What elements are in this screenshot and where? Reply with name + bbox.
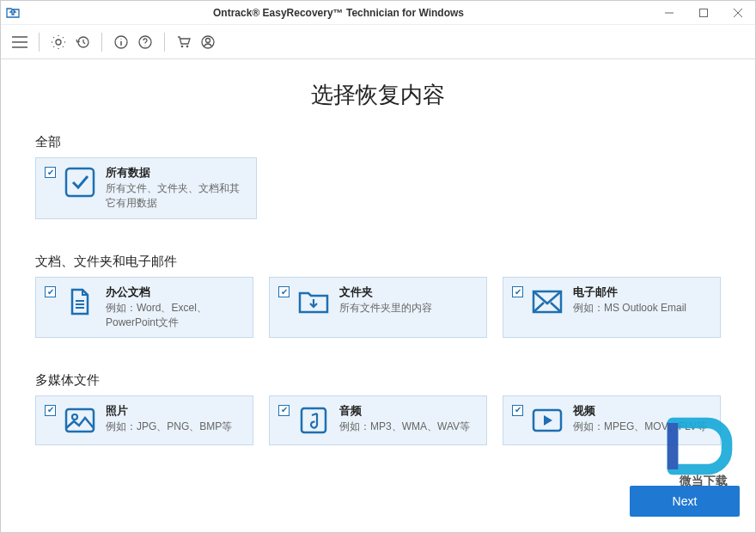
checkbox-office[interactable] <box>45 286 56 297</box>
card-title: 办公文档 <box>106 285 244 300</box>
svg-rect-13 <box>302 408 326 432</box>
history-icon[interactable] <box>72 32 93 52</box>
maximize-button[interactable] <box>686 1 721 25</box>
card-title: 电子邮件 <box>573 285 711 300</box>
card-title: 所有数据 <box>106 165 247 181</box>
section-docs-label: 文档、文件夹和电子邮件 <box>35 254 721 270</box>
card-desc: 例如：MS Outlook Email <box>573 301 711 316</box>
next-button[interactable]: Next <box>630 486 740 517</box>
card-audio[interactable]: 音频例如：MP3、WMA、WAV等 <box>269 395 487 445</box>
card-desc: 所有文件夹里的内容 <box>339 301 478 316</box>
card-title: 照片 <box>106 403 244 419</box>
card-photo[interactable]: 照片例如：JPG、PNG、BMP等 <box>35 395 253 445</box>
checkbox-email[interactable] <box>512 286 523 297</box>
page-title: 选择恢复内容 <box>35 80 721 110</box>
app-icon <box>1 1 25 25</box>
card-desc: 例如：Word、Excel、PowerPoint文件 <box>106 301 244 330</box>
titlebar: Ontrack® EasyRecovery™ Technician for Wi… <box>1 1 755 25</box>
info-icon[interactable] <box>111 32 131 52</box>
toolbar <box>1 25 755 59</box>
divider <box>101 33 102 52</box>
svg-point-12 <box>72 414 77 420</box>
cart-icon[interactable] <box>174 32 194 52</box>
svg-rect-0 <box>700 9 708 16</box>
svg-point-5 <box>181 45 184 47</box>
card-office[interactable]: 办公文档例如：Word、Excel、PowerPoint文件 <box>35 277 253 338</box>
document-icon <box>63 285 97 319</box>
section-all-label: 全部 <box>35 134 721 150</box>
user-icon[interactable] <box>198 32 218 52</box>
check-box-icon <box>63 165 97 199</box>
svg-rect-9 <box>66 168 94 196</box>
card-all-data[interactable]: 所有数据所有文件、文件夹、文档和其它有用数据 <box>35 157 257 219</box>
video-icon <box>530 403 564 438</box>
checkbox-folder[interactable] <box>278 286 290 297</box>
photo-icon <box>63 403 97 438</box>
audio-icon <box>296 403 331 438</box>
minimize-button[interactable] <box>652 1 686 25</box>
email-icon <box>530 285 564 319</box>
checkbox-audio[interactable] <box>278 405 290 416</box>
menu-icon[interactable] <box>9 32 30 52</box>
checkbox-all[interactable] <box>45 167 56 178</box>
card-folder[interactable]: 文件夹所有文件夹里的内容 <box>269 277 487 338</box>
checkbox-video[interactable] <box>512 405 523 416</box>
folder-icon <box>296 285 331 319</box>
gear-icon[interactable] <box>48 32 69 52</box>
checkbox-photo[interactable] <box>45 405 56 416</box>
svg-point-6 <box>186 45 189 47</box>
svg-point-8 <box>206 38 210 42</box>
card-title: 音频 <box>339 403 478 419</box>
card-desc: 所有文件、文件夹、文档和其它有用数据 <box>106 181 247 211</box>
card-desc: 例如：MP3、WMA、WAV等 <box>339 420 478 434</box>
divider <box>39 33 40 52</box>
svg-rect-11 <box>66 409 94 432</box>
help-icon[interactable] <box>135 32 155 52</box>
divider <box>164 33 165 52</box>
card-desc: 例如：JPG、PNG、BMP等 <box>106 420 244 434</box>
app-title: Ontrack® EasyRecovery™ Technician for Wi… <box>25 7 652 19</box>
content: 选择恢复内容 全部 所有数据所有文件、文件夹、文档和其它有用数据 文档、文件夹和… <box>1 59 755 445</box>
close-button[interactable] <box>721 1 755 25</box>
svg-point-1 <box>56 40 61 45</box>
card-title: 文件夹 <box>339 285 478 300</box>
section-media-label: 多媒体文件 <box>35 372 721 389</box>
card-email[interactable]: 电子邮件例如：MS Outlook Email <box>503 277 721 338</box>
